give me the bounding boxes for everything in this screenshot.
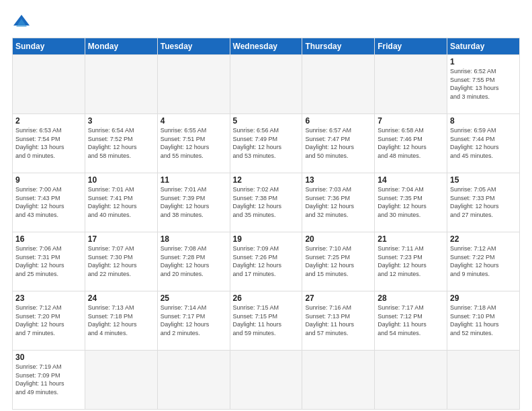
day-number: 17 xyxy=(88,234,154,244)
day-info: Sunrise: 7:13 AM Sunset: 7:18 PM Dayligh… xyxy=(88,304,154,337)
day-number: 20 xyxy=(305,234,371,244)
day-info: Sunrise: 6:53 AM Sunset: 7:54 PM Dayligh… xyxy=(15,126,82,160)
day-info: Sunrise: 7:05 AM Sunset: 7:33 PM Dayligh… xyxy=(450,185,517,219)
table-row xyxy=(230,351,302,410)
table-row: 14Sunrise: 7:04 AM Sunset: 7:35 PM Dayli… xyxy=(375,173,447,232)
table-row: 15Sunrise: 7:05 AM Sunset: 7:33 PM Dayli… xyxy=(447,173,520,232)
col-thursday: Thursday xyxy=(302,38,375,55)
day-number: 13 xyxy=(305,175,371,185)
day-number: 28 xyxy=(378,293,444,303)
day-number: 26 xyxy=(233,293,300,303)
day-number: 22 xyxy=(450,234,517,244)
day-number: 3 xyxy=(88,116,154,126)
table-row: 26Sunrise: 7:15 AM Sunset: 7:15 PM Dayli… xyxy=(230,291,302,351)
table-row: 20Sunrise: 7:10 AM Sunset: 7:25 PM Dayli… xyxy=(302,232,375,291)
day-info: Sunrise: 7:09 AM Sunset: 7:26 PM Dayligh… xyxy=(233,244,300,278)
table-row xyxy=(302,55,375,114)
day-number: 30 xyxy=(15,353,82,362)
table-row: 5Sunrise: 6:56 AM Sunset: 7:49 PM Daylig… xyxy=(230,114,302,173)
table-row: 1Sunrise: 6:52 AM Sunset: 7:55 PM Daylig… xyxy=(447,55,520,114)
day-info: Sunrise: 7:06 AM Sunset: 7:31 PM Dayligh… xyxy=(15,244,82,278)
day-info: Sunrise: 7:12 AM Sunset: 7:20 PM Dayligh… xyxy=(15,304,82,337)
day-number: 27 xyxy=(305,293,371,303)
col-friday: Friday xyxy=(375,38,447,55)
day-info: Sunrise: 7:00 AM Sunset: 7:43 PM Dayligh… xyxy=(15,185,82,219)
table-row: 12Sunrise: 7:02 AM Sunset: 7:38 PM Dayli… xyxy=(230,173,302,232)
day-info: Sunrise: 7:03 AM Sunset: 7:36 PM Dayligh… xyxy=(305,185,371,219)
day-info: Sunrise: 7:12 AM Sunset: 7:22 PM Dayligh… xyxy=(450,244,517,278)
calendar-table: Sunday Monday Tuesday Wednesday Thursday… xyxy=(12,38,520,410)
day-number: 23 xyxy=(15,293,82,303)
table-row: 18Sunrise: 7:08 AM Sunset: 7:28 PM Dayli… xyxy=(157,232,230,291)
table-row: 9Sunrise: 7:00 AM Sunset: 7:43 PM Daylig… xyxy=(13,173,85,232)
day-number: 29 xyxy=(450,293,517,303)
col-monday: Monday xyxy=(85,38,157,55)
day-info: Sunrise: 6:52 AM Sunset: 7:55 PM Dayligh… xyxy=(450,67,517,101)
day-info: Sunrise: 7:18 AM Sunset: 7:10 PM Dayligh… xyxy=(450,304,517,337)
col-tuesday: Tuesday xyxy=(157,38,230,55)
table-row: 6Sunrise: 6:57 AM Sunset: 7:47 PM Daylig… xyxy=(302,114,375,173)
table-row: 25Sunrise: 7:14 AM Sunset: 7:17 PM Dayli… xyxy=(157,291,230,351)
table-row: 13Sunrise: 7:03 AM Sunset: 7:36 PM Dayli… xyxy=(302,173,375,232)
day-number: 18 xyxy=(161,234,227,244)
table-row: 2Sunrise: 6:53 AM Sunset: 7:54 PM Daylig… xyxy=(13,114,85,173)
table-row xyxy=(230,55,302,114)
day-number: 14 xyxy=(378,175,444,185)
logo-icon xyxy=(12,12,31,31)
day-info: Sunrise: 7:19 AM Sunset: 7:09 PM Dayligh… xyxy=(15,363,82,396)
day-number: 21 xyxy=(378,234,444,244)
table-row: 11Sunrise: 7:01 AM Sunset: 7:39 PM Dayli… xyxy=(157,173,230,232)
table-row: 23Sunrise: 7:12 AM Sunset: 7:20 PM Dayli… xyxy=(13,291,85,351)
col-saturday: Saturday xyxy=(447,38,520,55)
day-number: 9 xyxy=(15,175,82,185)
table-row xyxy=(13,55,85,114)
table-row: 10Sunrise: 7:01 AM Sunset: 7:41 PM Dayli… xyxy=(85,173,157,232)
day-info: Sunrise: 7:16 AM Sunset: 7:13 PM Dayligh… xyxy=(305,304,371,337)
day-info: Sunrise: 7:17 AM Sunset: 7:12 PM Dayligh… xyxy=(378,304,444,337)
calendar-week-row: 9Sunrise: 7:00 AM Sunset: 7:43 PM Daylig… xyxy=(13,173,520,232)
day-number: 25 xyxy=(161,293,227,303)
table-row: 3Sunrise: 6:54 AM Sunset: 7:52 PM Daylig… xyxy=(85,114,157,173)
table-row: 21Sunrise: 7:11 AM Sunset: 7:23 PM Dayli… xyxy=(375,232,447,291)
table-row xyxy=(375,351,447,410)
day-info: Sunrise: 6:54 AM Sunset: 7:52 PM Dayligh… xyxy=(88,126,154,160)
day-info: Sunrise: 7:15 AM Sunset: 7:15 PM Dayligh… xyxy=(233,304,300,337)
table-row: 22Sunrise: 7:12 AM Sunset: 7:22 PM Dayli… xyxy=(447,232,520,291)
day-number: 7 xyxy=(378,116,444,126)
table-row: 17Sunrise: 7:07 AM Sunset: 7:30 PM Dayli… xyxy=(85,232,157,291)
day-info: Sunrise: 7:07 AM Sunset: 7:30 PM Dayligh… xyxy=(88,244,154,278)
day-number: 16 xyxy=(15,234,82,244)
day-number: 2 xyxy=(15,116,82,126)
calendar-week-row: 2Sunrise: 6:53 AM Sunset: 7:54 PM Daylig… xyxy=(13,114,520,173)
table-row: 16Sunrise: 7:06 AM Sunset: 7:31 PM Dayli… xyxy=(13,232,85,291)
calendar-header-row: Sunday Monday Tuesday Wednesday Thursday… xyxy=(13,38,520,55)
day-number: 4 xyxy=(161,116,227,126)
col-wednesday: Wednesday xyxy=(230,38,302,55)
table-row xyxy=(85,351,157,410)
table-row: 7Sunrise: 6:58 AM Sunset: 7:46 PM Daylig… xyxy=(375,114,447,173)
day-info: Sunrise: 7:02 AM Sunset: 7:38 PM Dayligh… xyxy=(233,185,300,219)
day-info: Sunrise: 6:55 AM Sunset: 7:51 PM Dayligh… xyxy=(161,126,227,160)
table-row: 27Sunrise: 7:16 AM Sunset: 7:13 PM Dayli… xyxy=(302,291,375,351)
day-number: 11 xyxy=(161,175,227,185)
day-info: Sunrise: 7:08 AM Sunset: 7:28 PM Dayligh… xyxy=(161,244,227,278)
day-number: 5 xyxy=(233,116,300,126)
day-number: 10 xyxy=(88,175,154,185)
table-row xyxy=(302,351,375,410)
day-info: Sunrise: 7:11 AM Sunset: 7:23 PM Dayligh… xyxy=(378,244,444,278)
calendar-week-row: 16Sunrise: 7:06 AM Sunset: 7:31 PM Dayli… xyxy=(13,232,520,291)
page: Sunday Monday Tuesday Wednesday Thursday… xyxy=(0,0,532,411)
day-info: Sunrise: 7:14 AM Sunset: 7:17 PM Dayligh… xyxy=(161,304,227,337)
day-info: Sunrise: 7:10 AM Sunset: 7:25 PM Dayligh… xyxy=(305,244,371,278)
calendar-week-row: 30Sunrise: 7:19 AM Sunset: 7:09 PM Dayli… xyxy=(13,351,520,410)
table-row xyxy=(375,55,447,114)
table-row: 29Sunrise: 7:18 AM Sunset: 7:10 PM Dayli… xyxy=(447,291,520,351)
day-number: 8 xyxy=(450,116,517,126)
day-info: Sunrise: 7:01 AM Sunset: 7:41 PM Dayligh… xyxy=(88,185,154,219)
day-info: Sunrise: 6:58 AM Sunset: 7:46 PM Dayligh… xyxy=(378,126,444,160)
table-row: 19Sunrise: 7:09 AM Sunset: 7:26 PM Dayli… xyxy=(230,232,302,291)
day-info: Sunrise: 6:56 AM Sunset: 7:49 PM Dayligh… xyxy=(233,126,300,160)
day-info: Sunrise: 6:59 AM Sunset: 7:44 PM Dayligh… xyxy=(450,126,517,160)
table-row xyxy=(157,55,230,114)
table-row: 8Sunrise: 6:59 AM Sunset: 7:44 PM Daylig… xyxy=(447,114,520,173)
